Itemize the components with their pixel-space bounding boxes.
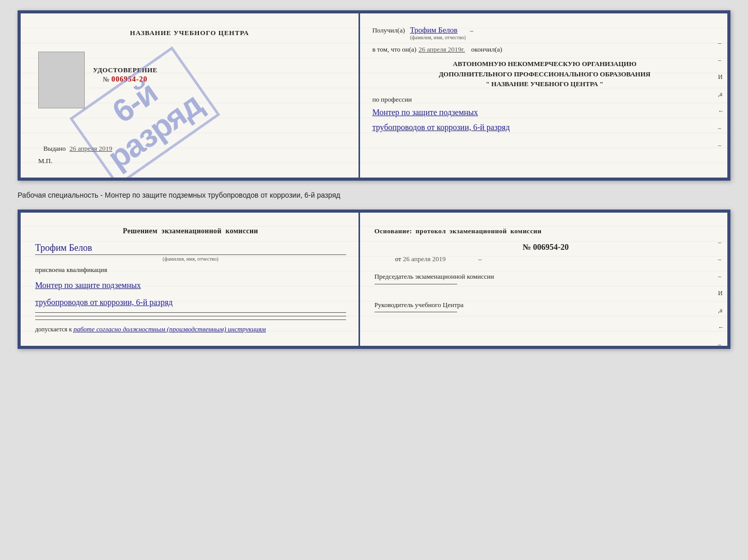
cert-poluchil-label: Получил(a) — [372, 26, 405, 35]
exam-rukovoditel: Руководитель учебного Центра — [375, 300, 717, 313]
cert-org-line2: ДОПОЛНИТЕЛЬНОГО ПРОФЕССИОНАЛЬНОГО ОБРАЗО… — [372, 69, 717, 79]
exam-right-page: Основание: протокол экзаменационной коми… — [360, 213, 727, 346]
cert-vtom-row: в том, что он(а) 26 апреля 2019г. окончи… — [372, 45, 717, 54]
cert-org-block: АВТОНОМНУЮ НЕКОММЕРЧЕСКУЮ ОРГАНИЗАЦИЮ ДО… — [372, 59, 717, 89]
cert-side-marks: – – И ,а ← – – — [718, 39, 724, 149]
cert-date-value: 26 апреля 2019г. — [418, 45, 465, 54]
exam-rukovoditel-line — [375, 312, 457, 312]
cert-okonchil-label: окончил(a) — [471, 45, 502, 54]
exam-date-dash: – — [478, 255, 482, 263]
exam-number-prefix: № — [523, 243, 531, 251]
exam-name-subtitle: (фамилия, имя, отчество) — [35, 256, 346, 262]
exam-line1 — [35, 312, 346, 313]
cert-vydano-date: 26 апреля 2019 — [70, 145, 113, 152]
cert-left-title: НАЗВАНИЕ УЧЕБНОГО ЦЕНТРА — [130, 29, 250, 37]
cert-profession-line2: трубопроводов от коррозии, 6-й разряд — [372, 121, 717, 134]
exam-right-title: Основание: протокол экзаменационной коми… — [375, 227, 717, 235]
certificate-document: НАЗВАНИЕ УЧЕБНОГО ЦЕНТРА УДОСТОВЕРЕНИЕ №… — [18, 10, 730, 181]
cert-number: 006954-20 — [112, 75, 148, 84]
middle-text: Рабочая специальность - Монтер по защите… — [18, 189, 730, 201]
cert-vydano: Выдано 26 апреля 2019 — [43, 145, 114, 153]
cert-right-page: Получил(a) Трофим Белов (фамилия, имя, о… — [360, 13, 727, 178]
cert-vtom-label: в том, что он(а) — [372, 45, 417, 54]
exam-prisvoena-label: присвоена квалификация — [35, 266, 346, 274]
cert-dash1: – — [470, 26, 474, 35]
exam-protocol-number: № 006954-20 — [375, 243, 717, 252]
cert-vydano-label: Выдано — [43, 145, 66, 152]
exam-line3 — [35, 319, 346, 320]
exam-date-value: 26 апреля 2019 — [403, 255, 446, 263]
cert-left-page: НАЗВАНИЕ УЧЕБНОГО ЦЕНТРА УДОСТОВЕРЕНИЕ №… — [21, 13, 360, 178]
exam-date-prefix: от — [395, 255, 401, 263]
exam-dopusk-label: допускается к — [35, 326, 72, 333]
cert-profession-line1: Монтер по защите подземных — [372, 106, 717, 119]
exam-dopusk: допускается к работе согласно должностны… — [35, 325, 346, 333]
cert-udostoverenie-label: УДОСТОВЕРЕНИЕ — [93, 66, 158, 74]
cert-number-prefix: № — [103, 75, 109, 84]
exam-protocol-date: от 26 апреля 2019 – — [375, 255, 717, 263]
exam-side-marks: – – – И ,а ← – – – — [718, 238, 724, 349]
exam-chairman-label: Председатель экзаменационной комиссии — [375, 271, 717, 284]
exam-dopusk-value: работе согласно должностным (производств… — [73, 325, 266, 333]
cert-po-professii: по профессии — [372, 95, 717, 104]
cert-recipient-name: Трофим Белов — [410, 26, 466, 35]
exam-number: 006954-20 — [533, 243, 569, 251]
cert-recipient-row: Получил(a) Трофим Белов (фамилия, имя, о… — [372, 26, 717, 40]
exam-name: Трофим Белов — [35, 243, 346, 255]
cert-recipient-subtitle: (фамилия, имя, отчество) — [410, 35, 466, 40]
exam-profession-line1: Монтер по защите подземных — [35, 278, 346, 292]
exam-title: Решением экзаменационной комиссии — [35, 227, 346, 235]
cert-mp: М.П. — [38, 157, 52, 165]
cert-org-line1: АВТОНОМНУЮ НЕКОММЕРЧЕСКУЮ ОРГАНИЗАЦИЮ — [372, 59, 717, 69]
exam-document: Решением экзаменационной комиссии Трофим… — [18, 210, 730, 349]
exam-left-page: Решением экзаменационной комиссии Трофим… — [21, 213, 360, 346]
cert-org-line3: " НАЗВАНИЕ УЧЕБНОГО ЦЕНТРА " — [372, 79, 717, 89]
exam-profession-line2: трубопроводов от коррозии, 6-й разряд — [35, 295, 346, 309]
cert-photo — [38, 52, 85, 108]
exam-chairman-line — [375, 284, 457, 284]
exam-line2 — [35, 316, 346, 316]
